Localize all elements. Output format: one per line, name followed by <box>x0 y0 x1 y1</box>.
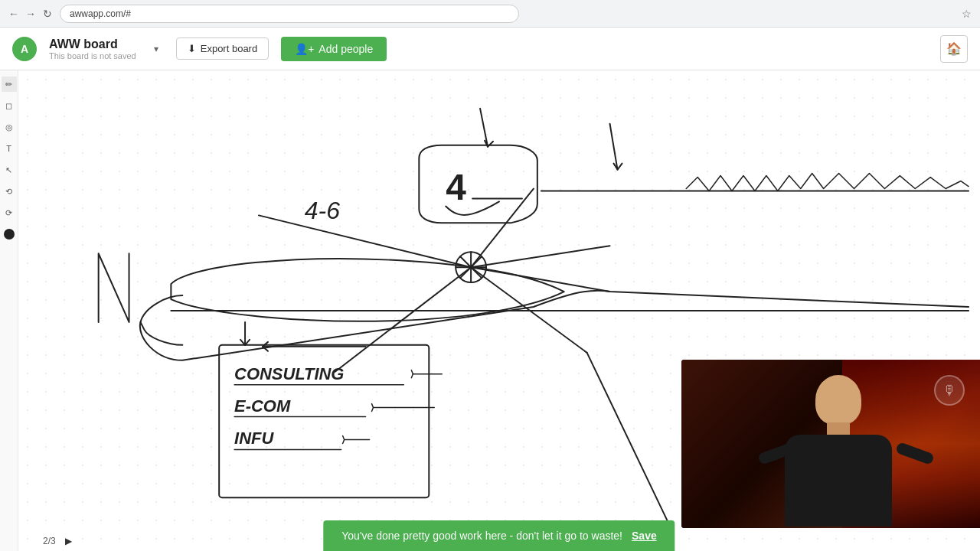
board-status: This board is not saved <box>49 51 136 60</box>
left-sidebar: ✏ ◻ ◎ T ↖ ⟲ ⟳ <box>0 70 18 551</box>
add-people-label: Add people <box>318 43 373 55</box>
star-button[interactable]: ☆ <box>960 8 972 20</box>
add-people-icon: 👤+ <box>295 43 314 55</box>
video-content: 🎙 <box>681 360 980 528</box>
toast-message: You've done pretty good work here - don'… <box>341 530 622 542</box>
refresh-button[interactable]: ↻ <box>41 8 54 20</box>
tool-shapes[interactable]: ◎ <box>2 119 17 135</box>
back-button[interactable]: ← <box>8 8 20 20</box>
board-title: AWW board <box>49 37 136 51</box>
browser-controls: ← → ↻ <box>8 8 54 20</box>
toast-save-button[interactable]: Save <box>632 530 657 542</box>
forward-button[interactable]: → <box>24 8 37 20</box>
export-board-button[interactable]: ⬇ Export board <box>176 37 269 60</box>
svg-text:CONSULTING: CONSULTING <box>234 364 344 383</box>
address-bar[interactable]: awwapp.com/# <box>60 5 519 23</box>
canvas-area[interactable]: .sketch { fill: none; stroke: #222; stro… <box>18 70 980 551</box>
svg-text:4: 4 <box>446 167 466 207</box>
app-logo: A <box>12 37 37 61</box>
board-title-area: AWW board This board is not saved <box>49 37 136 60</box>
toolbar-right: 🏠 <box>940 35 968 63</box>
browser-chrome: ← → ↻ awwapp.com/# ☆ <box>0 0 980 28</box>
video-overlay: 🎙 <box>681 360 980 528</box>
toast-notification: You've done pretty good work here - don'… <box>323 520 675 551</box>
svg-text:E-COM: E-COM <box>234 396 291 416</box>
bottom-bar: 2/3 ▶ <box>37 531 81 551</box>
svg-text:4-6: 4-6 <box>305 197 340 224</box>
url-text: awwapp.com/# <box>70 8 131 19</box>
tool-undo[interactable]: ⟲ <box>2 184 17 199</box>
add-people-button[interactable]: 👤+ Add people <box>281 37 387 61</box>
export-icon: ⬇ <box>188 43 196 54</box>
export-label: Export board <box>201 43 257 54</box>
browser-right-controls: ☆ <box>960 8 972 20</box>
app-toolbar: A AWW board This board is not saved ▾ ⬇ … <box>0 28 980 70</box>
board-dropdown-button[interactable]: ▾ <box>149 41 164 57</box>
tool-text[interactable]: T <box>2 141 17 156</box>
tool-eraser[interactable]: ◻ <box>2 98 17 113</box>
main-area: ✏ ◻ ◎ T ↖ ⟲ ⟳ .sketch { fill: none; stro… <box>0 70 980 551</box>
tool-redo[interactable]: ⟳ <box>2 205 17 220</box>
tool-select[interactable]: ↖ <box>2 162 17 178</box>
page-indicator: 2/3 <box>43 536 56 546</box>
next-page-button[interactable]: ▶ <box>62 534 75 548</box>
svg-text:INFU: INFU <box>234 429 274 448</box>
home-button[interactable]: 🏠 <box>940 35 968 63</box>
tool-color[interactable] <box>4 229 15 240</box>
tool-pencil[interactable]: ✏ <box>2 77 17 92</box>
